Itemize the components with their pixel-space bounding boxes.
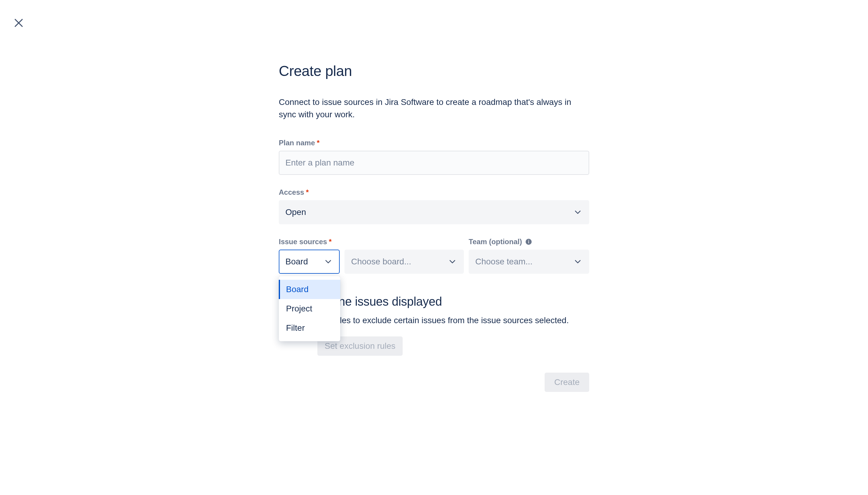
issue-sources-row: Issue sources * Board Board bbox=[279, 238, 589, 274]
issue-source-type-select[interactable]: Board bbox=[279, 250, 340, 274]
board-select[interactable]: Choose board... bbox=[345, 250, 464, 274]
access-label-text: Access bbox=[279, 188, 304, 197]
close-icon bbox=[13, 17, 25, 29]
svg-point-4 bbox=[528, 240, 529, 241]
plan-name-label: Plan name * bbox=[279, 139, 589, 147]
issue-source-type-dropdown: Board Project Filter bbox=[279, 276, 340, 341]
create-plan-dialog: Create plan Connect to issue sources in … bbox=[0, 0, 868, 495]
team-label: Team (optional) bbox=[469, 238, 589, 246]
issue-sources-label: Issue sources * bbox=[279, 238, 340, 246]
chevron-down-icon bbox=[573, 257, 583, 267]
issue-sources-field: Issue sources * Board Board bbox=[279, 238, 589, 274]
info-icon bbox=[525, 238, 532, 245]
dropdown-option-label: Project bbox=[286, 304, 312, 313]
dropdown-option-filter[interactable]: Filter bbox=[279, 318, 340, 338]
dialog-title: Create plan bbox=[279, 63, 589, 79]
dropdown-option-label: Filter bbox=[286, 323, 305, 333]
refine-text-block: Refine issues displayed Set rules to exc… bbox=[317, 295, 589, 356]
access-select[interactable]: Open bbox=[279, 200, 589, 224]
dialog-description: Connect to issue sources in Jira Softwar… bbox=[279, 96, 589, 121]
issue-sources-label-text: Issue sources bbox=[279, 238, 327, 246]
team-select-column: Team (optional) Choose team... bbox=[469, 238, 589, 274]
issue-source-type-value: Board bbox=[285, 257, 308, 267]
svg-rect-3 bbox=[528, 241, 529, 243]
create-button[interactable]: Create bbox=[544, 373, 589, 392]
refine-title: Refine issues displayed bbox=[317, 295, 589, 308]
plan-name-field: Plan name * bbox=[279, 139, 589, 175]
dropdown-option-board[interactable]: Board bbox=[279, 280, 340, 299]
dropdown-option-label: Board bbox=[286, 285, 309, 294]
team-select[interactable]: Choose team... bbox=[469, 250, 589, 274]
issue-source-type-column: Issue sources * Board Board bbox=[279, 238, 340, 274]
required-mark: * bbox=[306, 188, 309, 197]
chevron-down-icon bbox=[573, 207, 583, 217]
plan-name-input[interactable] bbox=[279, 151, 589, 175]
required-mark: * bbox=[317, 139, 319, 147]
close-button[interactable] bbox=[12, 16, 26, 30]
team-select-placeholder: Choose team... bbox=[475, 257, 533, 267]
board-select-placeholder: Choose board... bbox=[351, 257, 411, 267]
board-select-column: . Choose board... bbox=[345, 238, 464, 274]
chevron-down-icon bbox=[448, 257, 457, 267]
access-select-value: Open bbox=[285, 207, 306, 217]
plan-name-label-text: Plan name bbox=[279, 139, 315, 147]
required-mark: * bbox=[329, 238, 331, 246]
access-label: Access * bbox=[279, 188, 589, 197]
dialog-footer: Create bbox=[279, 373, 589, 392]
dialog-content: Create plan Connect to issue sources in … bbox=[279, 0, 589, 392]
team-label-text: Team (optional) bbox=[469, 238, 522, 246]
chevron-down-icon bbox=[324, 257, 333, 267]
access-field: Access * Open bbox=[279, 188, 589, 224]
dropdown-option-project[interactable]: Project bbox=[279, 299, 340, 318]
refine-description: Set rules to exclude certain issues from… bbox=[317, 314, 589, 327]
